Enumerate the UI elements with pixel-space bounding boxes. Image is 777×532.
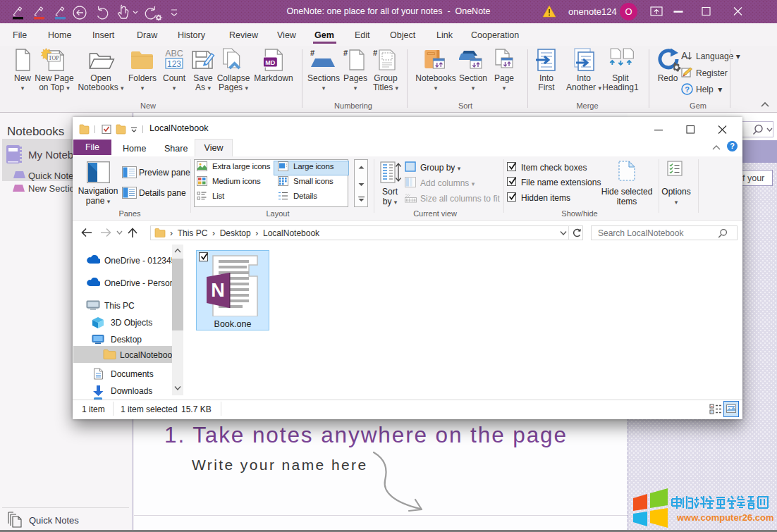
svg-text:#: # bbox=[373, 49, 377, 57]
svg-text:#: # bbox=[310, 49, 314, 57]
svg-text:N: N bbox=[211, 280, 225, 301]
svg-text:TOP: TOP bbox=[49, 55, 60, 61]
svg-text:ABC: ABC bbox=[165, 49, 183, 58]
svg-text:#: # bbox=[343, 49, 348, 57]
svg-text:?: ? bbox=[685, 85, 690, 94]
svg-text:A: A bbox=[681, 50, 688, 61]
svg-text:MD: MD bbox=[265, 59, 275, 66]
svg-text:123: 123 bbox=[167, 59, 181, 69]
